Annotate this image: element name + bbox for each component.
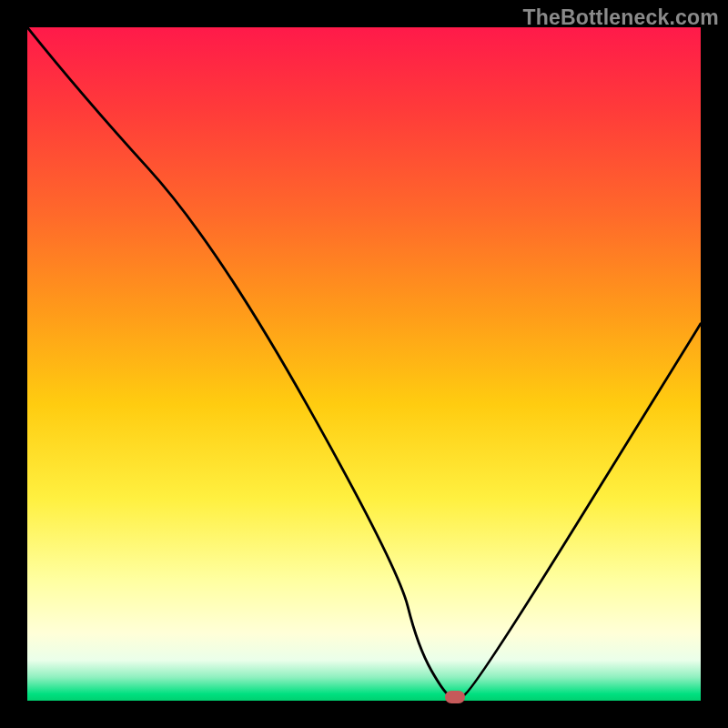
bottleneck-curve bbox=[27, 27, 701, 701]
chart-frame: TheBottleneck.com bbox=[0, 0, 728, 728]
attribution-label: TheBottleneck.com bbox=[522, 5, 719, 30]
optimal-point-marker bbox=[445, 691, 465, 703]
plot-area bbox=[27, 27, 701, 701]
